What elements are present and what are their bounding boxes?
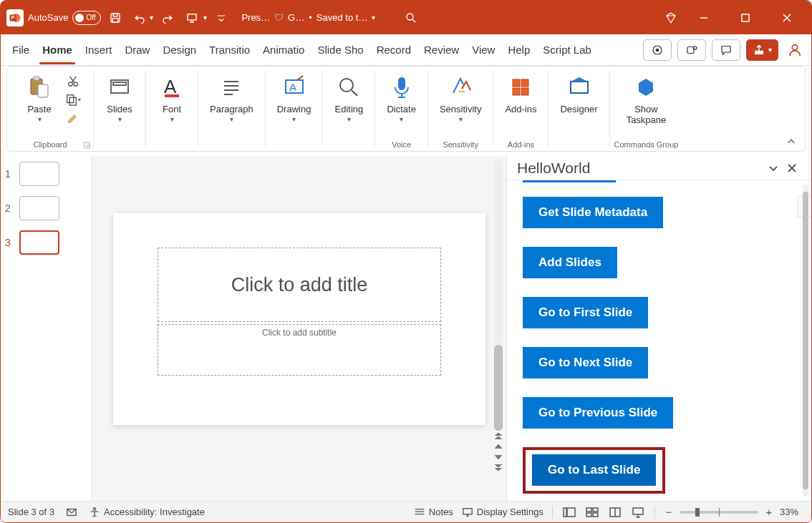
title-placeholder[interactable]: Click to add title	[158, 248, 441, 322]
maximize-button[interactable]	[727, 1, 764, 34]
sensitivity-icon	[448, 72, 473, 103]
premium-diamond-icon[interactable]	[661, 8, 681, 28]
slide-thumb-3[interactable]: 3	[5, 230, 87, 255]
slideshow-view-button[interactable]	[630, 506, 646, 519]
drawing-button[interactable]: ADrawing▾	[270, 70, 319, 124]
slide-thumb-2[interactable]: 2	[5, 196, 87, 220]
tab-scriptlab[interactable]: Script Lab	[537, 39, 597, 60]
notes-button[interactable]: Notes	[414, 507, 453, 518]
autosave-control[interactable]: AutoSave Off	[28, 11, 101, 25]
copy-button[interactable]: ▾	[64, 92, 82, 107]
titlebar: P AutoSave Off ▾ ▾ Pres… 🛡 G… • Saved to…	[1, 1, 811, 34]
present-caret[interactable]: ▾	[203, 14, 207, 21]
search-button[interactable]	[401, 8, 421, 28]
tab-file[interactable]: File	[6, 39, 35, 60]
scroll-thumb[interactable]	[494, 345, 503, 431]
font-button[interactable]: AFont▾	[150, 70, 193, 124]
get-slide-metadata-button[interactable]: Get Slide Metadata	[523, 197, 663, 228]
slides-button[interactable]: Slides▾	[98, 70, 141, 124]
normal-view-button[interactable]	[561, 506, 577, 519]
share-button[interactable]: ▾	[746, 39, 778, 61]
display-label: Display Settings	[477, 507, 543, 517]
canvas-scrollbar[interactable]	[492, 159, 505, 472]
zoom-slider[interactable]	[680, 511, 758, 514]
teams-present-button[interactable]	[677, 39, 706, 61]
taskpane-scrollbar[interactable]	[800, 180, 811, 501]
go-to-first-slide-button[interactable]: Go to First Slide	[523, 297, 648, 328]
svg-rect-42	[593, 513, 598, 517]
slide-sorter-view-button[interactable]	[584, 506, 600, 519]
reading-view-button[interactable]	[607, 506, 623, 519]
taskpane-close-button[interactable]	[783, 159, 801, 177]
tab-draw[interactable]: Draw	[119, 39, 155, 60]
save-button[interactable]	[105, 8, 125, 28]
go-to-last-slide-button[interactable]: Go to Last Slide	[532, 454, 656, 486]
show-taskpane-button[interactable]: ShowTaskpane	[619, 70, 674, 127]
clipboard-launcher-icon[interactable]: ◲	[83, 140, 90, 150]
present-from-start-button[interactable]	[182, 8, 202, 28]
tab-record[interactable]: Record	[371, 39, 417, 60]
paste-button[interactable]: Paste ▾	[18, 70, 61, 124]
tab-design[interactable]: Design	[157, 39, 202, 60]
ribbon-collapse-button[interactable]	[778, 67, 805, 151]
nav-up-double-icon[interactable]	[493, 431, 503, 440]
close-button[interactable]	[768, 1, 806, 34]
addins-button[interactable]: Add-ins	[498, 70, 543, 117]
zoom-slider-knob[interactable]	[695, 508, 700, 517]
dictate-button[interactable]: Dictate▾	[380, 70, 422, 124]
taskpane-title: HelloWorld	[517, 160, 764, 177]
tab-transitions[interactable]: Transitio	[203, 39, 256, 60]
svg-rect-33	[571, 82, 588, 93]
accessibility-button[interactable]: Accessibility: Investigate	[89, 507, 205, 518]
language-button[interactable]	[66, 507, 77, 518]
zoom-in-button[interactable]: +	[764, 506, 774, 518]
go-to-next-slide-button[interactable]: Go to Next Slide	[523, 347, 648, 378]
svg-rect-30	[521, 79, 528, 87]
app-window: P AutoSave Off ▾ ▾ Pres… 🛡 G… • Saved to…	[0, 0, 812, 523]
account-icon[interactable]	[784, 39, 806, 61]
cut-button[interactable]	[64, 73, 82, 89]
nav-down-double-icon[interactable]	[493, 464, 503, 472]
designer-button[interactable]: Designer	[553, 70, 604, 117]
autosave-toggle[interactable]: Off	[72, 11, 101, 25]
taskpane-dropdown-button[interactable]	[764, 159, 783, 177]
zoom-out-button[interactable]: −	[664, 506, 674, 518]
slide-canvas[interactable]: Click to add title Click to add subtitle	[113, 213, 485, 425]
redo-button[interactable]	[158, 8, 178, 28]
ribbon-group-clipboard: Paste ▾ ▾ Clipboard ◲	[7, 67, 93, 151]
record-indicator-button[interactable]	[643, 39, 672, 61]
document-title-area[interactable]: Pres… 🛡 G… • Saved to t… ▾	[241, 12, 375, 23]
add-slides-button[interactable]: Add Slides	[523, 247, 617, 278]
editing-button[interactable]: Editing▾	[327, 70, 370, 124]
minimize-button[interactable]	[685, 1, 722, 34]
display-settings-button[interactable]: Display Settings	[462, 507, 543, 518]
tab-help[interactable]: Help	[502, 39, 536, 60]
shield-icon: 🛡	[274, 12, 284, 23]
sensitivity-button[interactable]: Sensitivity▾	[432, 70, 489, 124]
nav-up-icon[interactable]	[493, 442, 503, 451]
tab-view[interactable]: View	[466, 39, 501, 60]
tab-insert[interactable]: Insert	[79, 39, 118, 60]
undo-caret[interactable]: ▾	[150, 14, 153, 21]
svg-text:A: A	[289, 81, 296, 93]
notes-label: Notes	[429, 507, 453, 517]
taskpane-scroll-thumb[interactable]	[803, 192, 808, 489]
slide-thumb-1[interactable]: 1	[5, 162, 87, 186]
tab-home[interactable]: Home	[37, 39, 78, 60]
undo-button[interactable]	[130, 8, 150, 28]
designer-label: Designer	[560, 104, 597, 115]
tab-animations[interactable]: Animatio	[257, 39, 310, 60]
nav-down-icon[interactable]	[493, 453, 503, 461]
paragraph-button[interactable]: Paragraph▾	[203, 70, 261, 124]
format-painter-button[interactable]	[64, 110, 82, 126]
zoom-value[interactable]: 33%	[780, 507, 798, 517]
slide-counter[interactable]: Slide 3 of 3	[8, 507, 54, 517]
svg-rect-32	[521, 88, 528, 95]
tab-review[interactable]: Review	[418, 39, 465, 60]
comments-button[interactable]	[712, 39, 740, 61]
qat-customize-button[interactable]	[211, 8, 231, 28]
subtitle-placeholder[interactable]: Click to add subtitle	[158, 324, 441, 376]
go-to-previous-slide-button[interactable]: Go to Previous Slide	[523, 397, 673, 429]
doc-dropdown-caret[interactable]: ▾	[372, 14, 375, 21]
tab-slideshow[interactable]: Slide Sho	[311, 39, 369, 60]
